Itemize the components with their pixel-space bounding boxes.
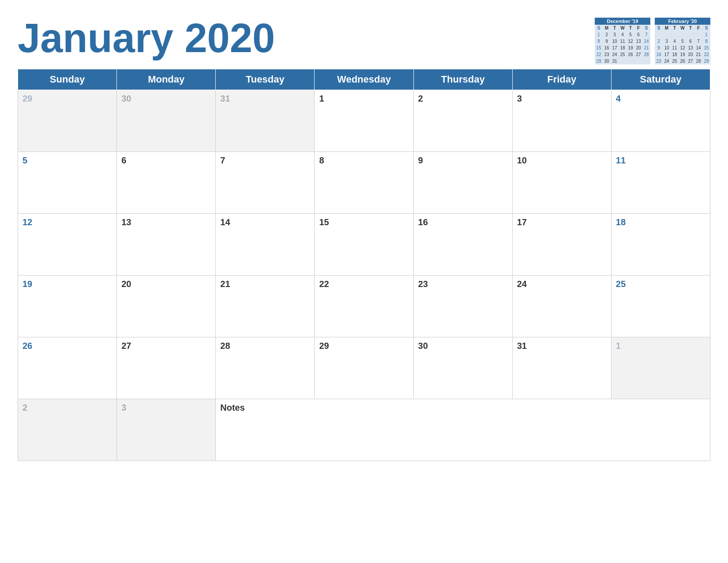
day-header-friday: Friday [512, 69, 611, 90]
calendar-day-3-0[interactable]: 3 [512, 90, 611, 152]
calendar-day-29-4[interactable]: 29 [315, 337, 413, 399]
calendar-day-18-2[interactable]: 18 [611, 214, 710, 276]
calendar-day-19-3[interactable]: 19 [18, 276, 117, 337]
calendar-week-2: 12131415161718 [18, 214, 710, 276]
day-header-saturday: Saturday [611, 69, 710, 90]
calendar-day-30-0[interactable]: 30 [117, 90, 216, 152]
notes-row-day-2: 2 [18, 399, 117, 461]
calendar-day-17-2[interactable]: 17 [512, 214, 611, 276]
calendar-day-25-3[interactable]: 25 [611, 276, 710, 337]
day-header-tuesday: Tuesday [216, 69, 315, 90]
notes-row: 23Notes [18, 399, 710, 461]
days-of-week-row: SundayMondayTuesdayWednesdayThursdayFrid… [18, 69, 710, 90]
notes-cell: Notes [216, 399, 710, 461]
day-header-sunday: Sunday [18, 69, 117, 90]
day-header-monday: Monday [117, 69, 216, 90]
main-title: January 2020 [18, 13, 275, 58]
calendar-day-6-1[interactable]: 6 [117, 152, 216, 214]
calendar-day-2-0[interactable]: 2 [413, 90, 512, 152]
calendar-day-14-2[interactable]: 14 [216, 214, 315, 276]
main-calendar: SundayMondayTuesdayWednesdayThursdayFrid… [18, 69, 710, 461]
day-header-thursday: Thursday [413, 69, 512, 90]
calendar-day-23-3[interactable]: 23 [413, 276, 512, 337]
calendar-day-10-1[interactable]: 10 [512, 152, 611, 214]
calendar-header: SundayMondayTuesdayWednesdayThursdayFrid… [18, 69, 710, 90]
calendar-day-29-0[interactable]: 29 [18, 90, 117, 152]
calendar-day-1-4[interactable]: 1 [611, 337, 710, 399]
calendar-week-1: 567891011 [18, 152, 710, 214]
calendar-day-4-0[interactable]: 4 [611, 90, 710, 152]
top-section: January 2020 December '19SMTWTFS12345678… [18, 13, 710, 64]
calendar-day-21-3[interactable]: 21 [216, 276, 315, 337]
calendar-day-15-2[interactable]: 15 [315, 214, 413, 276]
calendar-day-31-4[interactable]: 31 [512, 337, 611, 399]
calendar-body: 2930311234567891011121314151617181920212… [18, 90, 710, 461]
calendar-day-30-4[interactable]: 30 [413, 337, 512, 399]
calendar-day-13-2[interactable]: 13 [117, 214, 216, 276]
mini-calendar-february--20: February '20SMTWTFS123456789101112131415… [655, 18, 710, 64]
notes-row-day-3: 3 [117, 399, 216, 461]
calendar-day-28-4[interactable]: 28 [216, 337, 315, 399]
calendar-day-8-1[interactable]: 8 [315, 152, 413, 214]
calendar-day-1-0[interactable]: 1 [315, 90, 413, 152]
mini-calendars: December '19SMTWTFS123456789101112131415… [595, 18, 710, 64]
mini-calendar-december--19: December '19SMTWTFS123456789101112131415… [595, 18, 650, 64]
calendar-day-12-2[interactable]: 12 [18, 214, 117, 276]
calendar-day-16-2[interactable]: 16 [413, 214, 512, 276]
calendar-day-26-4[interactable]: 26 [18, 337, 117, 399]
calendar-day-22-3[interactable]: 22 [315, 276, 413, 337]
calendar-day-11-1[interactable]: 11 [611, 152, 710, 214]
calendar-day-27-4[interactable]: 27 [117, 337, 216, 399]
calendar-week-0: 2930311234 [18, 90, 710, 152]
calendar-day-24-3[interactable]: 24 [512, 276, 611, 337]
calendar-day-5-1[interactable]: 5 [18, 152, 117, 214]
calendar-day-20-3[interactable]: 20 [117, 276, 216, 337]
calendar-day-31-0[interactable]: 31 [216, 90, 315, 152]
calendar-week-4: 2627282930311 [18, 337, 710, 399]
calendar-day-7-1[interactable]: 7 [216, 152, 315, 214]
day-header-wednesday: Wednesday [315, 69, 413, 90]
calendar-day-9-1[interactable]: 9 [413, 152, 512, 214]
calendar-week-3: 19202122232425 [18, 276, 710, 337]
